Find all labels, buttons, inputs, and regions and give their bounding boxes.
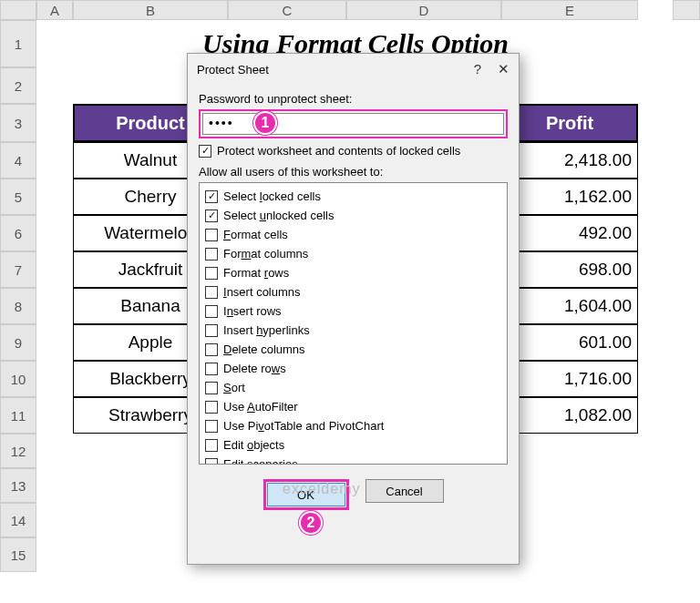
- col-header-E[interactable]: E: [501, 0, 638, 20]
- option-checkbox[interactable]: [205, 248, 218, 261]
- option-label: Format cells: [223, 228, 288, 241]
- option-checkbox[interactable]: [205, 305, 218, 318]
- cell[interactable]: [36, 468, 73, 503]
- cell[interactable]: [36, 361, 73, 397]
- permission-option[interactable]: Sort: [205, 378, 501, 397]
- option-checkbox[interactable]: [205, 190, 218, 203]
- protect-contents-label: Protect worksheet and contents of locked…: [217, 144, 460, 158]
- col-header-C[interactable]: C: [228, 0, 346, 20]
- row-header[interactable]: 9: [0, 324, 36, 361]
- option-checkbox[interactable]: [205, 286, 218, 299]
- option-checkbox[interactable]: [205, 458, 218, 465]
- permission-option[interactable]: Format cells: [205, 225, 501, 244]
- row-header[interactable]: 14: [0, 503, 36, 537]
- option-label: Insert hyperlinks: [223, 323, 310, 337]
- permission-option[interactable]: Format columns: [205, 244, 501, 263]
- cell-profit[interactable]: $ 492.00: [501, 215, 638, 251]
- option-checkbox[interactable]: [205, 324, 218, 337]
- row-header[interactable]: 11: [0, 397, 36, 434]
- cell[interactable]: [501, 434, 638, 468]
- col-header-B[interactable]: B: [73, 0, 228, 20]
- cell-profit[interactable]: $ 1,716.00: [501, 361, 638, 397]
- protect-sheet-dialog: Protect Sheet ? ✕ Password to unprotect …: [187, 53, 520, 565]
- option-checkbox[interactable]: [205, 420, 218, 433]
- cell[interactable]: [36, 215, 73, 251]
- cell[interactable]: [36, 67, 73, 104]
- row-header[interactable]: 6: [0, 215, 36, 251]
- password-label: Password to unprotect sheet:: [199, 92, 508, 106]
- protect-contents-checkbox[interactable]: [199, 145, 211, 158]
- permission-option[interactable]: Insert hyperlinks: [205, 321, 501, 340]
- option-checkbox[interactable]: [205, 363, 218, 375]
- option-checkbox[interactable]: [205, 229, 218, 241]
- col-header-D[interactable]: D: [346, 0, 501, 20]
- option-checkbox[interactable]: [205, 382, 218, 394]
- permission-option[interactable]: Select locked cells: [205, 187, 501, 206]
- close-icon[interactable]: ✕: [498, 61, 510, 77]
- permission-option[interactable]: Select unlocked cells: [205, 206, 501, 225]
- row-header[interactable]: 5: [0, 179, 36, 215]
- option-checkbox[interactable]: [205, 267, 218, 280]
- cell[interactable]: [501, 537, 638, 572]
- cell-profit[interactable]: $ 698.00: [501, 251, 638, 288]
- option-checkbox[interactable]: [205, 439, 218, 452]
- cell[interactable]: [36, 142, 73, 179]
- cell-profit[interactable]: $ 601.00: [501, 324, 638, 361]
- row-header-3[interactable]: 3: [0, 104, 36, 142]
- cell-profit[interactable]: $ 1,162.00: [501, 179, 638, 215]
- cell[interactable]: [36, 503, 73, 537]
- cell-profit[interactable]: $ 2,418.00: [501, 142, 638, 179]
- permission-option[interactable]: Format rows: [205, 263, 501, 282]
- cell[interactable]: [36, 288, 73, 324]
- select-all-corner[interactable]: [0, 0, 36, 20]
- col-header-A[interactable]: A: [36, 0, 73, 20]
- cell-profit[interactable]: $ 1,082.00: [501, 397, 638, 434]
- cell[interactable]: [36, 251, 73, 288]
- option-label: Insert columns: [223, 285, 301, 299]
- row-header[interactable]: 12: [0, 434, 36, 468]
- row-header[interactable]: 13: [0, 468, 36, 503]
- permission-option[interactable]: Insert columns: [205, 282, 501, 302]
- help-icon[interactable]: ?: [474, 61, 481, 77]
- row-header-1[interactable]: 1: [0, 20, 36, 67]
- row-header[interactable]: 7: [0, 251, 36, 288]
- permission-option[interactable]: Delete columns: [205, 340, 501, 359]
- option-label: Edit objects: [223, 438, 284, 452]
- permission-option[interactable]: Use AutoFilter: [205, 397, 501, 416]
- row-header-2[interactable]: 2: [0, 67, 36, 104]
- option-checkbox[interactable]: [205, 343, 218, 356]
- cancel-button[interactable]: Cancel: [365, 479, 444, 503]
- password-input[interactable]: ••••: [202, 113, 504, 135]
- option-label: Format rows: [223, 266, 289, 280]
- row-header[interactable]: 8: [0, 288, 36, 324]
- cell[interactable]: [501, 503, 638, 537]
- permission-option[interactable]: Edit objects: [205, 435, 501, 455]
- cell[interactable]: [36, 179, 73, 215]
- cell[interactable]: [36, 537, 73, 572]
- cell[interactable]: [36, 397, 73, 434]
- dialog-titlebar[interactable]: Protect Sheet ? ✕: [188, 54, 519, 85]
- option-checkbox[interactable]: [205, 210, 218, 222]
- cell[interactable]: [36, 324, 73, 361]
- cell[interactable]: [501, 67, 638, 104]
- row-header[interactable]: 4: [0, 142, 36, 179]
- callout-marker-1: 1: [253, 111, 277, 135]
- ok-highlight: OK: [263, 479, 349, 510]
- cell[interactable]: [501, 468, 638, 503]
- option-label: Sort: [223, 381, 245, 394]
- permission-option[interactable]: Use PivotTable and PivotChart: [205, 416, 501, 435]
- ok-button[interactable]: OK: [267, 483, 345, 506]
- option-checkbox[interactable]: [205, 401, 218, 414]
- permissions-list[interactable]: Select locked cellsSelect unlocked cells…: [199, 182, 508, 465]
- option-label: Delete columns: [223, 342, 305, 356]
- row-header[interactable]: 10: [0, 361, 36, 397]
- cell[interactable]: [36, 104, 73, 142]
- permission-option[interactable]: Edit scenarios: [205, 455, 501, 465]
- cell[interactable]: [36, 20, 73, 67]
- option-label: Delete rows: [223, 362, 286, 375]
- permission-option[interactable]: Insert rows: [205, 302, 501, 321]
- permission-option[interactable]: Delete rows: [205, 359, 501, 378]
- row-header[interactable]: 15: [0, 537, 36, 572]
- cell[interactable]: [36, 434, 73, 468]
- cell-profit[interactable]: $ 1,604.00: [501, 288, 638, 324]
